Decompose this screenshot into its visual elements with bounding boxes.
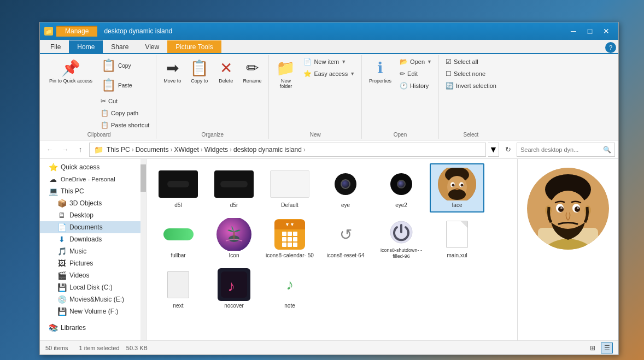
fullbar-thumb bbox=[159, 218, 198, 251]
sidebar-item-3d-objects[interactable]: 📦 3D Objects bbox=[40, 197, 146, 209]
open-label: Open bbox=[365, 131, 435, 138]
new-item-icon: 📄 bbox=[303, 58, 312, 66]
new-item-button[interactable]: 📄 New item ▼ bbox=[300, 56, 358, 67]
copy-button[interactable]: 📋 Copy bbox=[97, 56, 153, 75]
file-item-face[interactable]: face bbox=[430, 163, 484, 213]
copy-to-button[interactable]: 📋 Copy to bbox=[186, 56, 213, 86]
forward-button[interactable]: → bbox=[58, 143, 72, 156]
sidebar-item-downloads[interactable]: ⬇ Downloads bbox=[40, 233, 146, 245]
sidebar-item-this-pc[interactable]: 💻 This PC bbox=[40, 185, 146, 197]
star-icon: ⭐ bbox=[49, 163, 57, 172]
sidebar-item-new-volume-f[interactable]: 💾 New Volume (F:) bbox=[40, 305, 146, 317]
file-item-default[interactable]: Default bbox=[262, 163, 317, 213]
minimize-button[interactable]: ─ bbox=[566, 26, 581, 37]
file-item-shutdown[interactable]: icons8-shutdown- -filled-96 bbox=[374, 214, 429, 263]
sidebar-item-onedrive[interactable]: ☁ OneDrive - Personal bbox=[40, 173, 146, 185]
organize-label: Organize bbox=[160, 131, 265, 138]
tab-file[interactable]: File bbox=[42, 40, 69, 53]
select-none-button[interactable]: ☐ Select none bbox=[442, 68, 500, 79]
sidebar-item-videos[interactable]: 🎬 Videos bbox=[40, 269, 146, 281]
file-item-icon[interactable]: Icon bbox=[207, 214, 261, 263]
file-item-nocover[interactable]: ♪ nocover bbox=[207, 264, 261, 313]
new-folder-button[interactable]: 📁 Newfolder bbox=[272, 56, 299, 92]
ribbon-group-open: ℹ Properties 📂 Open ▼ ✏ Edit 🕐 bbox=[362, 55, 439, 139]
address-path[interactable]: 📁 This PC › Documents › XWidget › Widget… bbox=[89, 143, 486, 157]
clipboard-buttons: 📌 Pin to Quick access 📋 Copy 📋 Paste ✂ C… bbox=[45, 56, 153, 131]
sidebar-item-movies-music-e[interactable]: 💿 Movies&Music (E:) bbox=[40, 293, 146, 305]
manage-tab[interactable]: Manage bbox=[56, 26, 97, 37]
view-controls: ⊞ ☰ bbox=[587, 343, 613, 353]
disk-f-icon: 💾 bbox=[57, 307, 66, 316]
refresh-button[interactable]: ↻ bbox=[501, 143, 514, 156]
preview-panel bbox=[517, 159, 618, 340]
copy-path-button[interactable]: 📋 Copy path bbox=[97, 108, 153, 119]
icon-view-button[interactable]: ⊞ bbox=[587, 343, 599, 353]
select-all-button[interactable]: ☑ Select all bbox=[442, 56, 500, 67]
titlebar: 📁 Manage desktop dynamic island ─ □ ✕ bbox=[40, 22, 618, 40]
content-area: ⭐ Quick access ☁ OneDrive - Personal 💻 T… bbox=[40, 159, 618, 340]
sidebar-item-documents[interactable]: 📄 Documents bbox=[40, 221, 146, 233]
tab-share[interactable]: Share bbox=[103, 40, 137, 53]
sidebar-item-local-disk-c[interactable]: 💾 Local Disk (C:) bbox=[40, 281, 146, 293]
rename-button[interactable]: ✏ Rename bbox=[239, 56, 265, 86]
folder-icon: 📁 bbox=[94, 145, 103, 154]
select-buttons: ☑ Select all ☐ Select none 🔄 Invert sele… bbox=[442, 56, 500, 131]
paste-shortcut-button[interactable]: 📋 Paste shortcut bbox=[97, 120, 153, 131]
file-item-eye2[interactable]: eye2 bbox=[374, 163, 429, 213]
invert-icon: 🔄 bbox=[446, 82, 454, 90]
file-item-d5l[interactable]: d5l bbox=[151, 163, 206, 213]
tab-picture-tools[interactable]: Picture Tools bbox=[167, 40, 221, 53]
help-button[interactable]: ? bbox=[605, 42, 616, 53]
file-item-reset[interactable]: ↺ icons8-reset-64 bbox=[318, 214, 373, 263]
window-title: desktop dynamic island bbox=[104, 27, 566, 35]
delete-button[interactable]: ✕ Delete bbox=[214, 56, 238, 86]
file-item-d5r[interactable]: d5r bbox=[207, 163, 261, 213]
default-thumb bbox=[270, 168, 309, 200]
maximize-button[interactable]: □ bbox=[582, 26, 598, 37]
history-button[interactable]: 🕐 History bbox=[396, 80, 435, 91]
file-item-calendar[interactable]: ▼▼ icons8-calendar- 50 bbox=[262, 214, 317, 263]
list-view-icon: ☰ bbox=[604, 344, 610, 352]
sidebar-item-music[interactable]: 🎵 Music bbox=[40, 245, 146, 257]
ribbon: 📌 Pin to Quick access 📋 Copy 📋 Paste ✂ C… bbox=[40, 54, 618, 140]
paste-button[interactable]: 📋 Paste bbox=[97, 76, 153, 95]
sidebar-item-libraries[interactable]: 📚 Libraries bbox=[40, 322, 146, 334]
libraries-icon: 📚 bbox=[49, 323, 57, 332]
paste-icon: 📋 bbox=[101, 78, 116, 92]
invert-selection-button[interactable]: 🔄 Invert selection bbox=[442, 80, 500, 91]
copy-path-icon: 📋 bbox=[101, 109, 109, 117]
icon-thumb bbox=[214, 218, 254, 251]
select-all-icon: ☑ bbox=[446, 58, 452, 66]
properties-button[interactable]: ℹ Properties bbox=[365, 56, 395, 86]
tab-home[interactable]: Home bbox=[69, 40, 103, 53]
file-item-eye[interactable]: eye bbox=[318, 163, 373, 213]
disk-e-icon: 💿 bbox=[57, 295, 66, 304]
up-button[interactable]: ↑ bbox=[74, 143, 87, 156]
preview-image bbox=[527, 168, 609, 250]
svg-point-6 bbox=[452, 184, 455, 187]
cut-icon: ✂ bbox=[101, 97, 106, 105]
file-item-fullbar[interactable]: fullbar bbox=[151, 214, 206, 263]
list-view-button[interactable]: ☰ bbox=[601, 343, 613, 353]
file-item-note[interactable]: ♪ note bbox=[262, 264, 317, 313]
file-item-main-xul[interactable]: main.xul bbox=[430, 214, 484, 263]
search-input[interactable] bbox=[520, 146, 601, 153]
select-label: Select bbox=[442, 131, 500, 138]
open-button[interactable]: 📂 Open ▼ bbox=[396, 56, 435, 67]
icon-view-icon: ⊞ bbox=[590, 344, 595, 352]
move-to-button[interactable]: ➡ Move to bbox=[160, 56, 185, 86]
search-box[interactable]: 🔍 bbox=[517, 143, 615, 157]
file-item-next[interactable]: next bbox=[151, 264, 206, 313]
computer-icon: 💻 bbox=[49, 187, 57, 196]
close-button[interactable]: ✕ bbox=[599, 26, 614, 37]
tab-view[interactable]: View bbox=[137, 40, 167, 53]
easy-access-button[interactable]: ⭐ Easy access ▼ bbox=[300, 68, 358, 79]
sidebar-item-pictures[interactable]: 🖼 Pictures bbox=[40, 257, 146, 269]
edit-button[interactable]: ✏ Edit bbox=[396, 68, 435, 79]
back-button[interactable]: ← bbox=[43, 143, 56, 156]
cut-button[interactable]: ✂ Cut bbox=[97, 96, 153, 107]
sidebar-item-quick-access[interactable]: ⭐ Quick access bbox=[40, 161, 146, 173]
sidebar-item-desktop[interactable]: 🖥 Desktop bbox=[40, 209, 146, 221]
pin-to-quick-access-button[interactable]: 📌 Pin to Quick access bbox=[45, 56, 96, 87]
address-dropdown[interactable]: ▼ bbox=[488, 143, 499, 157]
